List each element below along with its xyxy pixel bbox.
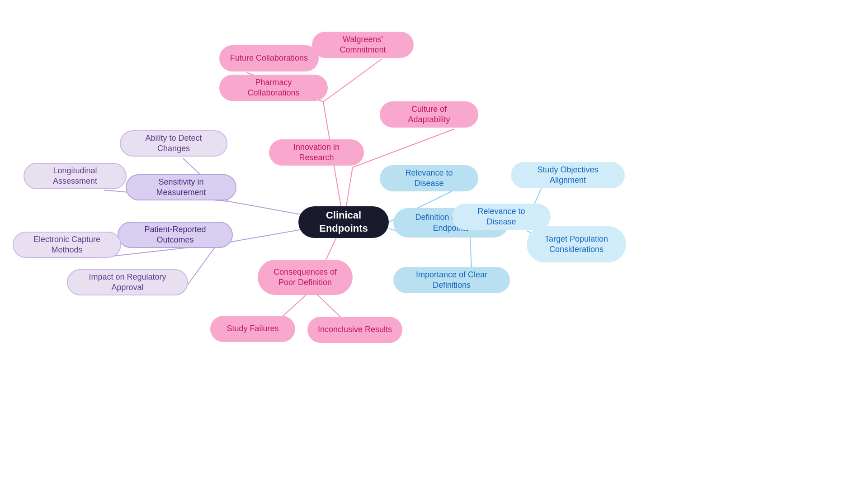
node-ability-detect[interactable]: Ability to Detect Changes (120, 130, 227, 157)
node-relevance-disease-1[interactable]: Relevance to Disease (380, 165, 478, 191)
center-label: Clinical Endpoints (308, 209, 379, 235)
node-study-failures[interactable]: Study Failures (210, 316, 295, 342)
node-longitudinal-assess[interactable]: Longitudinal Assessment (24, 163, 127, 189)
node-poor-definition[interactable]: Consequences of Poor Definition (258, 260, 353, 295)
svg-line-2 (323, 59, 382, 102)
node-innovation-research[interactable]: Innovation in Research (269, 139, 364, 166)
node-relevance-disease-2[interactable]: Relevance to Disease (452, 204, 551, 230)
center-node[interactable]: Clinical Endpoints (298, 206, 389, 238)
node-inconclusive-results[interactable]: Inconclusive Results (307, 317, 402, 343)
node-electronic-capture[interactable]: Electronic Capture Methods (13, 232, 121, 258)
node-patient-reported[interactable]: Patient-Reported Outcomes (118, 222, 233, 248)
node-regulatory-approval[interactable]: Impact on Regulatory Approval (67, 269, 188, 295)
node-sensitivity-measure[interactable]: Sensitivity in Measurement (126, 174, 236, 200)
node-walgreens[interactable]: Walgreens' Commitment (312, 32, 414, 58)
node-study-objectives[interactable]: Study Objectives Alignment (511, 162, 625, 188)
node-target-population[interactable]: Target Population Considerations (527, 226, 626, 262)
node-importance-clear[interactable]: Importance of Clear Definitions (393, 267, 510, 293)
node-future-collabs[interactable]: Future Collaborations (219, 45, 319, 71)
node-pharmacy-collabs[interactable]: Pharmacy Collaborations (219, 75, 328, 101)
node-culture-adapt[interactable]: Culture of Adaptability (380, 101, 478, 128)
svg-line-4 (353, 129, 454, 167)
